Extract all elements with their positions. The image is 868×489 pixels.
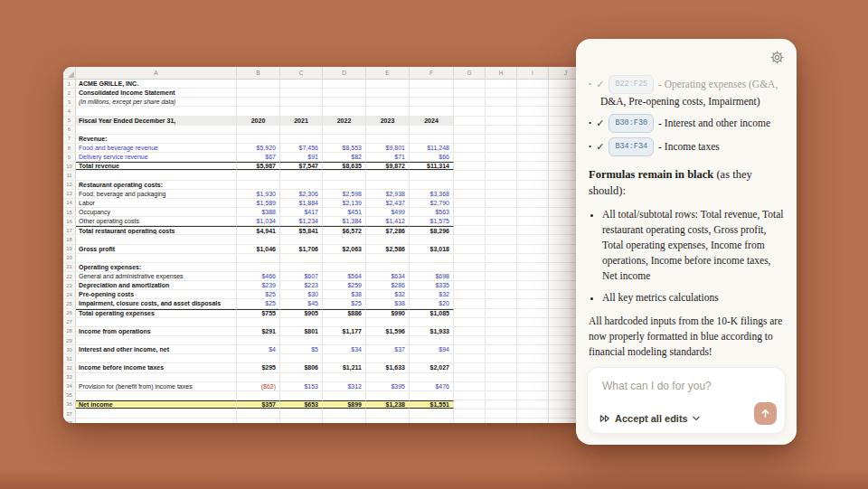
cell-value[interactable]: [237, 336, 280, 344]
cell-value[interactable]: [280, 80, 323, 88]
cell-value[interactable]: $335: [410, 281, 454, 289]
cell-value[interactable]: [366, 126, 410, 134]
cell-empty[interactable]: [517, 208, 549, 216]
cell-label[interactable]: [76, 418, 237, 423]
cell-value[interactable]: $8,296: [410, 226, 454, 234]
column-header-B[interactable]: B: [237, 67, 280, 79]
cell-value[interactable]: $312: [323, 382, 366, 390]
cell-value[interactable]: $4,941: [237, 226, 280, 234]
cell-empty[interactable]: [454, 217, 486, 225]
cell-value[interactable]: $417: [280, 208, 323, 216]
cell-value[interactable]: 2023: [366, 117, 410, 125]
cell-value[interactable]: [366, 373, 410, 381]
chat-input[interactable]: [600, 379, 772, 393]
cell-value[interactable]: $2,598: [323, 190, 366, 198]
row-number[interactable]: 15: [63, 208, 76, 216]
cell-value[interactable]: $1,034: [237, 217, 280, 225]
cell-value[interactable]: $388: [237, 208, 280, 216]
cell-value[interactable]: $755: [237, 309, 280, 317]
cell-empty[interactable]: [486, 382, 517, 390]
row-number[interactable]: 36: [63, 400, 76, 409]
cell-value[interactable]: $6,572: [323, 226, 366, 234]
cell-value[interactable]: [323, 254, 366, 262]
cell-empty[interactable]: [454, 181, 486, 189]
cell-value[interactable]: [237, 107, 280, 115]
row-number[interactable]: 37: [63, 409, 76, 418]
cell-value[interactable]: $11,248: [410, 144, 454, 152]
row-number[interactable]: 21: [63, 263, 76, 271]
cell-value[interactable]: [280, 354, 323, 362]
cell-value[interactable]: $38: [323, 290, 366, 298]
cell-value[interactable]: $259: [323, 281, 366, 289]
row-number[interactable]: 19: [63, 245, 76, 253]
cell-empty[interactable]: [486, 290, 517, 298]
cell-value[interactable]: ($62): [237, 382, 280, 390]
cell-empty[interactable]: [486, 144, 517, 152]
cell-value[interactable]: $1,384: [323, 217, 366, 225]
cell-value[interactable]: $38: [366, 299, 410, 307]
cell-empty[interactable]: [454, 318, 486, 326]
cell-value[interactable]: [280, 107, 323, 115]
cell-value[interactable]: [280, 135, 323, 143]
cell-value[interactable]: [323, 318, 366, 326]
cell-value[interactable]: $1,177: [323, 327, 366, 335]
cell-label[interactable]: [76, 254, 237, 262]
cell-empty[interactable]: [486, 400, 517, 409]
cell-value[interactable]: $4: [237, 345, 280, 353]
cell-value[interactable]: $1,238: [366, 400, 410, 409]
cell-value[interactable]: [366, 254, 410, 262]
cell-value[interactable]: $25: [323, 299, 366, 307]
cell-value[interactable]: [237, 181, 280, 189]
cell-empty[interactable]: [454, 290, 486, 298]
row-number[interactable]: 1: [63, 80, 76, 88]
cell-empty[interactable]: [454, 235, 486, 243]
cell-label[interactable]: [76, 318, 237, 326]
cell-label[interactable]: [76, 171, 237, 179]
cell-empty[interactable]: [486, 299, 517, 307]
cell-value[interactable]: [323, 135, 366, 143]
cell-empty[interactable]: [454, 373, 486, 381]
cell-value[interactable]: [410, 181, 454, 189]
cell-empty[interactable]: [486, 117, 517, 125]
cell-value[interactable]: $25: [237, 290, 280, 298]
cell-value[interactable]: $5,920: [237, 144, 280, 152]
cell-value[interactable]: [410, 263, 454, 271]
cell-value[interactable]: $2,139: [323, 199, 366, 207]
cell-value[interactable]: [280, 181, 323, 189]
cell-value[interactable]: $1,884: [280, 199, 323, 207]
cell-label[interactable]: Interest and other income, net: [76, 345, 237, 353]
accept-all-edits-button[interactable]: Accept all edits: [599, 413, 700, 424]
cell-value[interactable]: [366, 135, 410, 143]
cell-value[interactable]: $71: [366, 153, 410, 161]
cell-empty[interactable]: [486, 208, 517, 216]
column-header-C[interactable]: C: [280, 67, 323, 79]
cell-empty[interactable]: [454, 190, 486, 198]
cell-empty[interactable]: [517, 418, 549, 423]
cell-empty[interactable]: [517, 80, 549, 88]
cell-value[interactable]: $5,987: [237, 162, 280, 170]
cell-empty[interactable]: [454, 162, 486, 170]
cell-value[interactable]: [280, 98, 323, 106]
cell-range-chip[interactable]: B34:F34: [609, 137, 654, 156]
cell-value[interactable]: [366, 263, 410, 271]
cell-value[interactable]: [323, 89, 366, 97]
cell-empty[interactable]: [454, 327, 486, 335]
cell-value[interactable]: [410, 135, 454, 143]
row-number[interactable]: 29: [63, 336, 76, 344]
cell-value[interactable]: $1,575: [410, 217, 454, 225]
cell-empty[interactable]: [517, 199, 549, 207]
cell-empty[interactable]: [454, 382, 486, 390]
cell-value[interactable]: $239: [237, 281, 280, 289]
cell-label[interactable]: [76, 235, 237, 243]
cell-value[interactable]: $37: [366, 345, 410, 353]
row-number[interactable]: 8: [63, 144, 76, 152]
cell-empty[interactable]: [486, 345, 517, 353]
cell-empty[interactable]: [486, 80, 517, 88]
cell-empty[interactable]: [486, 162, 517, 170]
row-number[interactable]: 2: [63, 89, 76, 97]
cell-value[interactable]: [366, 80, 410, 88]
row-number[interactable]: 11: [63, 171, 76, 179]
cell-value[interactable]: $2,586: [366, 245, 410, 253]
column-header-D[interactable]: D: [323, 67, 366, 79]
cell-value[interactable]: [237, 263, 280, 271]
